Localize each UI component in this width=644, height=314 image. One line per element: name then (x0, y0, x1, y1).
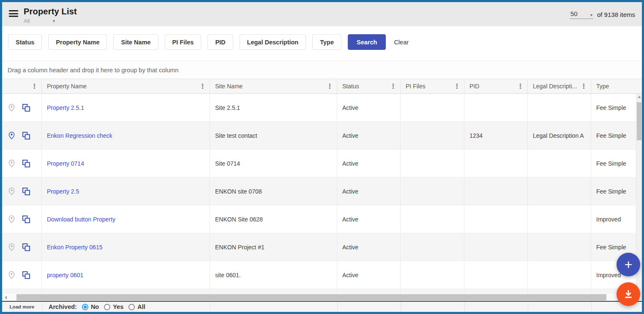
archived-option-yes[interactable]: Yes (104, 303, 123, 310)
clear-button[interactable]: Clear (392, 34, 410, 50)
scope-select[interactable]: All ▾ (24, 18, 55, 24)
property-link[interactable]: Property 0714 (47, 160, 84, 167)
cell-text: Site 0714 (215, 160, 240, 167)
radio-button[interactable] (128, 304, 135, 310)
cell-site: Site test contact (210, 122, 337, 149)
column-menu-icon[interactable]: ⋮ (578, 82, 587, 90)
copy-icon[interactable] (22, 270, 31, 280)
property-link[interactable]: Property 2.5 (47, 188, 79, 195)
cell-text: 1234 (469, 132, 483, 139)
column-menu-icon[interactable]: ⋮ (515, 82, 524, 90)
column-menu-icon[interactable]: ⋮ (29, 82, 38, 90)
footer-divider (528, 302, 528, 312)
grid-rows: Property 2.5.1Site 2.5.1ActiveFee Simple… (2, 94, 642, 294)
copy-icon[interactable] (22, 131, 31, 140)
cell-empty (42, 289, 210, 294)
filter-button-site-name[interactable]: Site Name (113, 34, 158, 50)
column-header-type[interactable]: Type⋮ (591, 79, 642, 93)
table-row: Enkon Property 0615ENKON Project #1Activ… (2, 233, 642, 261)
radio-button[interactable] (104, 304, 110, 310)
cell-status: Active (337, 233, 401, 261)
download-button[interactable] (617, 282, 640, 306)
column-menu-icon[interactable]: ⋮ (324, 82, 333, 90)
column-menu-icon[interactable]: ⋮ (387, 82, 396, 90)
cell-pid (464, 177, 528, 205)
group-by-bar[interactable]: Drag a column header and drop it here to… (2, 61, 642, 79)
hamburger-bar (9, 10, 18, 11)
cell-name: property 0601 (42, 261, 210, 289)
copy-icon[interactable] (22, 243, 31, 252)
property-link[interactable]: Enkon Regression check (47, 132, 112, 139)
filter-button-property-name[interactable]: Property Name (48, 34, 107, 50)
table-row: Download button PropertyENKON Site 0628A… (2, 205, 642, 233)
cell-legal (528, 261, 591, 289)
property-link[interactable]: property 0601 (47, 272, 83, 279)
column-header-icons[interactable]: ⋮ (2, 79, 42, 93)
copy-icon[interactable] (22, 187, 31, 196)
hamburger-bar (9, 13, 18, 14)
column-header-pid[interactable]: PID⋮ (464, 79, 528, 93)
archived-option-no[interactable]: No (82, 303, 99, 310)
map-pin-icon[interactable] (7, 131, 16, 140)
property-link[interactable]: Enkon Property 0615 (47, 244, 103, 251)
load-more-button[interactable]: Load more (2, 304, 42, 309)
filter-button-legal-description[interactable]: Legal Description (240, 34, 306, 50)
hamburger-menu-icon[interactable] (9, 10, 18, 19)
grid-header-row: ⋮Property Name⋮Site Name⋮Status⋮PI Files… (2, 79, 642, 93)
scroll-up-arrow-icon[interactable] (636, 94, 642, 100)
map-pin-icon[interactable] (7, 270, 16, 279)
search-button[interactable]: Search (348, 34, 386, 50)
archived-option-all[interactable]: All (128, 303, 145, 310)
cell-legal (528, 94, 591, 121)
cell-type: Fee Simple (591, 94, 642, 121)
cell-pi_files (401, 177, 464, 205)
cell-name: Property 0714 (42, 150, 210, 177)
cell-pid (464, 94, 528, 121)
filter-button-type[interactable]: Type (312, 34, 341, 50)
cell-text: Site 2.5.1 (215, 104, 240, 111)
map-pin-icon[interactable] (7, 215, 16, 224)
filter-button-pid[interactable]: PID (207, 34, 233, 50)
row-icons-cell (2, 94, 42, 121)
column-header-name[interactable]: Property Name⋮ (42, 79, 210, 93)
cell-legal (528, 205, 591, 233)
copy-icon[interactable] (22, 103, 31, 112)
column-menu-icon[interactable]: ⋮ (197, 82, 206, 90)
column-header-label: Status (342, 83, 359, 90)
horizontal-scrollbar-thumb[interactable] (16, 294, 606, 300)
app-header: Property List All ▾ 50 ▾ of 9138 items (2, 2, 642, 26)
add-property-button[interactable]: + (617, 253, 640, 276)
cell-name: Download button Property (42, 205, 210, 233)
horizontal-scrollbar[interactable] (2, 294, 642, 301)
map-pin-icon[interactable] (7, 243, 16, 251)
column-menu-icon[interactable]: ⋮ (451, 82, 460, 90)
column-header-status[interactable]: Status⋮ (337, 79, 401, 93)
map-pin-icon[interactable] (7, 103, 16, 112)
cell-name: Property 2.5.1 (42, 94, 210, 121)
radio-button-selected[interactable] (82, 304, 88, 310)
property-link[interactable]: Property 2.5.1 (47, 104, 84, 111)
column-header-site[interactable]: Site Name⋮ (210, 79, 337, 93)
download-icon (623, 289, 634, 300)
cell-pi_files (401, 150, 464, 177)
row-icons-cell (2, 205, 42, 233)
footer-divider (210, 302, 210, 312)
footer-divider (464, 302, 465, 312)
map-pin-icon[interactable] (7, 159, 16, 168)
cell-text: Active (342, 272, 358, 279)
scroll-left-arrow-icon[interactable] (2, 294, 9, 301)
map-pin-icon[interactable] (7, 187, 16, 196)
copy-icon[interactable] (22, 215, 31, 224)
cell-text: Fee Simple (596, 104, 626, 111)
vertical-scrollbar-thumb[interactable] (637, 102, 641, 140)
property-link[interactable]: Download button Property (47, 216, 115, 223)
copy-icon[interactable] (22, 159, 31, 168)
cell-name: Property 2.5 (42, 177, 210, 205)
column-menu-icon[interactable]: ⋮ (641, 82, 642, 90)
cell-pi_files (401, 233, 464, 261)
filter-button-status[interactable]: Status (8, 34, 42, 50)
column-header-pi_files[interactable]: PI Files⋮ (401, 79, 464, 93)
filter-button-pi-files[interactable]: PI Files (165, 34, 202, 50)
page-size-select[interactable]: 50 ▾ (570, 10, 593, 19)
column-header-legal[interactable]: Legal Descripti...⋮ (528, 79, 591, 93)
